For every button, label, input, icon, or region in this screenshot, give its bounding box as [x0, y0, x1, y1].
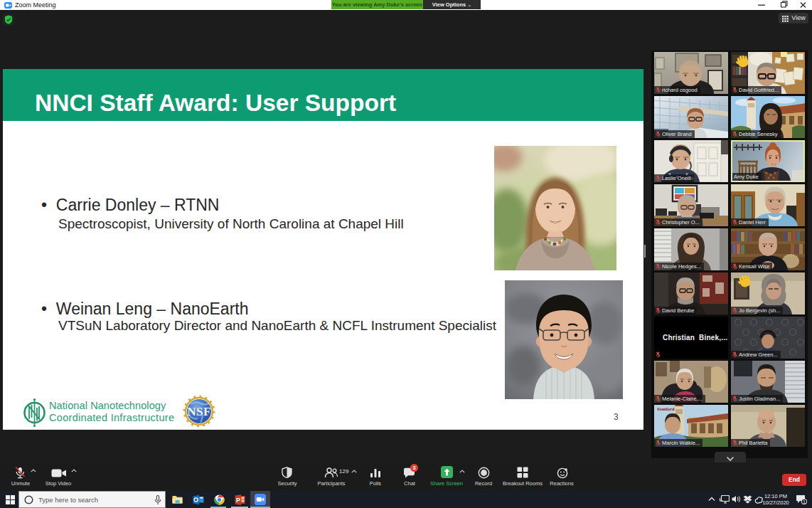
svg-text:Coordinated Infrastructure: Coordinated Infrastructure — [49, 412, 174, 423]
svg-text:1: 1 — [803, 499, 806, 504]
svg-text:NSF: NSF — [187, 405, 211, 418]
svg-text:National Nanotechnology: National Nanotechnology — [49, 400, 166, 411]
svg-text:P: P — [236, 497, 240, 504]
svg-text:Stanford: Stanford — [657, 406, 675, 411]
